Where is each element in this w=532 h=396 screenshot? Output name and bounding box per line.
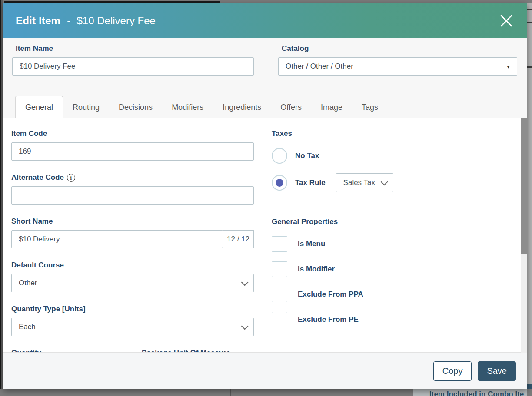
catalog-select[interactable]: Other / Other / Other ▾ [278,57,517,76]
title-separator: - [67,15,70,26]
dialog-item-name: $10 Delivery Fee [76,15,155,27]
background-divider [230,389,231,396]
background-table-header-fragment: Item Included in Combo Ite [413,389,527,396]
exclude-from-ppa-label: Exclude From PPA [298,290,363,299]
dialog-title: Edit Item [16,15,60,27]
is-menu-checkbox[interactable] [272,236,287,252]
is-menu-row: Is Menu [272,236,514,252]
tab-image[interactable]: Image [311,97,352,118]
general-properties-title: General Properties [272,217,514,227]
dialog-top-section: Item Name Catalog Other / Other / Other … [3,38,527,118]
background-table-header-text: Item Included in Combo Ite [429,390,524,396]
is-modifier-label: Is Modifier [298,265,335,274]
dialog-footer: Copy Save [3,352,527,389]
section-divider [272,204,514,204]
quantity-type-label: Quantity Type [Units] [11,304,254,314]
general-right-column: Taxes No Tax Tax Rule Sales Tax General … [272,129,514,352]
item-name-input[interactable] [12,57,254,76]
quantity-label: Quantity [11,348,142,352]
tax-rule-option: Tax Rule Sales Tax [272,173,514,192]
tab-general[interactable]: General [15,96,63,118]
tab-offers[interactable]: Offers [271,97,311,118]
package-unit-of-measure-label: Package Unit Of Measure [142,348,230,352]
alternate-code-label: Alternate Code [11,173,64,182]
tax-rule-select[interactable]: Sales Tax [336,173,393,192]
exclude-from-ppa-row: Exclude From PPA [272,287,514,302]
background-divider [180,389,180,396]
close-button[interactable] [499,13,514,29]
dialog-header: Edit Item - $10 Delivery Fee [3,3,527,38]
short-name-label: Short Name [11,217,254,226]
tax-rule-select-value: Sales Tax [343,178,375,187]
default-course-label: Default Course [11,261,254,270]
tab-decisions[interactable]: Decisions [109,97,162,118]
save-button[interactable]: Save [478,361,516,381]
no-tax-label: No Tax [295,152,319,160]
chevron-down-icon [241,278,249,286]
exclude-from-pe-checkbox[interactable] [272,312,287,327]
no-tax-option: No Tax [272,148,514,164]
quantity-type-value: Each [19,323,36,331]
background-page-scrollbar [527,3,532,389]
content-scrollbar[interactable] [521,118,527,353]
background-tick [527,66,532,68]
caret-down-icon: ▾ [507,63,510,69]
background-divider [33,389,33,396]
background-page-left-edge [0,0,3,396]
tab-bar: General Routing Decisions Modifiers Ingr… [3,97,527,118]
general-tab-panel: Item Code Alternate Code i Short Name 12… [3,118,527,352]
exclude-from-pe-row: Exclude From PE [272,312,514,327]
chevron-down-icon [380,178,388,185]
item-code-label: Item Code [11,129,254,139]
background-tick [527,22,532,23]
chevron-down-icon [241,322,249,330]
tax-rule-radio[interactable] [272,175,287,191]
default-course-select[interactable]: Other [11,274,254,292]
default-course-value: Other [19,279,37,287]
background-page-bottom-strip: Item Included in Combo Ite [0,389,532,396]
taxes-section-title: Taxes [272,129,514,139]
exclude-from-pe-label: Exclude From PE [298,315,359,324]
content-scrollbar-thumb[interactable] [521,118,527,254]
short-name-input[interactable] [11,230,223,248]
is-modifier-checkbox[interactable] [272,261,287,277]
tax-rule-label: Tax Rule [295,178,326,187]
no-tax-radio[interactable] [272,148,287,164]
quantity-type-select[interactable]: Each [11,318,254,336]
background-tick [527,9,532,10]
catalog-select-value: Other / Other / Other [286,62,353,71]
section-divider [272,345,514,345]
info-icon[interactable]: i [67,174,75,182]
item-code-input[interactable] [11,142,254,161]
background-page-top-rule [4,1,220,3]
tab-modifiers[interactable]: Modifiers [162,97,213,118]
item-name-label: Item Name [12,44,254,53]
copy-button[interactable]: Copy [433,361,472,381]
catalog-label: Catalog [278,44,517,53]
tab-tags[interactable]: Tags [352,97,388,118]
exclude-from-ppa-checkbox[interactable] [272,287,287,302]
close-icon [500,14,513,27]
edit-item-dialog: Edit Item - $10 Delivery Fee Item Name C… [3,3,527,389]
tab-ingredients[interactable]: Ingredients [213,97,271,118]
short-name-char-counter: 12 / 12 [223,230,254,248]
general-left-column: Item Code Alternate Code i Short Name 12… [11,129,254,352]
tab-routing[interactable]: Routing [63,97,109,118]
is-menu-label: Is Menu [298,240,325,248]
alternate-code-input[interactable] [11,186,254,205]
is-modifier-row: Is Modifier [272,261,514,277]
